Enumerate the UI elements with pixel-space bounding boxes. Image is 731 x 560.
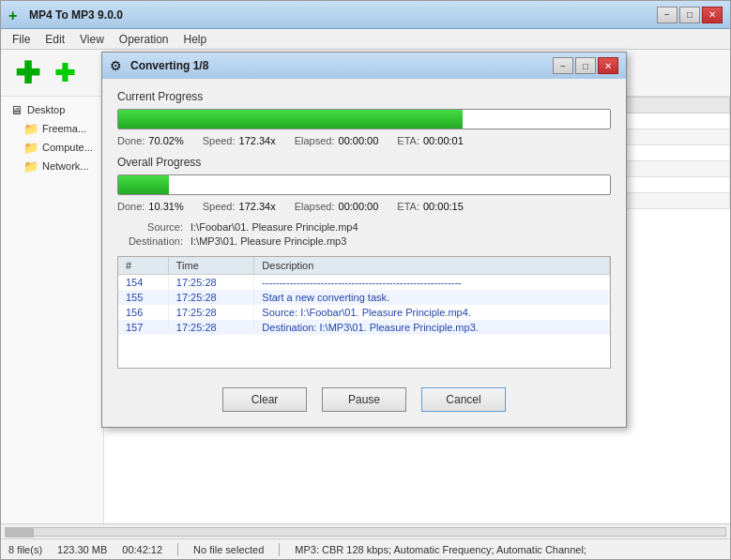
overall-eta-stat: ETA: 00:00:15: [397, 201, 463, 212]
log-desc-157: Destination: I:\MP3\01. Pleasure Princip…: [254, 320, 610, 335]
log-time-157: 17:25:28: [168, 320, 254, 335]
overall-done-stat: Done: 10.31%: [117, 201, 184, 212]
log-desc-156: Source: I:\Foobar\01. Pleasure Principle…: [254, 305, 610, 320]
overall-done-label: Done:: [117, 201, 145, 212]
overall-progress-bar-fill: [118, 175, 169, 194]
clear-button[interactable]: Clear: [222, 387, 307, 412]
current-elapsed-stat: Elapsed: 00:00:00: [295, 135, 379, 146]
converting-dialog: ⚙ Converting 1/8 − □ ✕ Current Progress …: [101, 52, 627, 428]
status-bar: 8 file(s) 123.30 MB 00:42:12 No file sel…: [1, 538, 730, 559]
status-file-selected: No file selected: [193, 544, 264, 555]
dialog-title-bar: ⚙ Converting 1/8 − □ ✕: [102, 53, 626, 79]
sidebar-label-3: Network...: [42, 160, 89, 172]
overall-progress-stats: Done: 10.31% Speed: 172.34x Elapsed: 00:…: [117, 201, 611, 212]
overall-elapsed-label: Elapsed:: [295, 201, 335, 212]
main-maximize-button[interactable]: □: [679, 7, 700, 23]
log-time-156: 17:25:28: [168, 305, 254, 320]
sidebar-item-freeman[interactable]: 📁 Freema...: [20, 119, 99, 138]
desktop-icon: 🖥: [8, 102, 23, 117]
dialog-maximize-button[interactable]: □: [575, 57, 596, 74]
overall-eta-label: ETA:: [397, 201, 419, 212]
current-progress-bar-fill: [118, 110, 463, 129]
overall-progress-bar-container: [117, 174, 611, 195]
log-table-container: # Time Description 154 17:25:28 --------…: [117, 256, 611, 369]
overall-speed-label: Speed:: [203, 201, 236, 212]
source-label: Source:: [117, 221, 183, 233]
overall-elapsed-stat: Elapsed: 00:00:00: [295, 201, 379, 212]
log-row: 155 17:25:28 Start a new converting task…: [118, 290, 610, 305]
current-done-label: Done:: [117, 135, 145, 146]
menu-bar: File Edit View Operation Help: [1, 29, 730, 50]
scroll-area: [1, 523, 730, 538]
main-title-buttons: − □ ✕: [657, 7, 723, 23]
main-window-title: MP4 To MP3 9.0.0: [29, 8, 657, 22]
log-time-155: 17:25:28: [168, 290, 254, 305]
overall-done-value: 10.31%: [148, 201, 183, 212]
main-title-bar: + MP4 To MP3 9.0.0 − □ ✕: [1, 1, 730, 29]
log-num-155: 155: [118, 290, 168, 305]
log-desc-154: ----------------------------------------…: [254, 275, 610, 291]
current-eta-value: 00:00:01: [423, 135, 464, 146]
menu-help[interactable]: Help: [176, 31, 215, 48]
log-row: 156 17:25:28 Source: I:\Foobar\01. Pleas…: [118, 305, 610, 320]
current-speed-stat: Speed: 172.34x: [203, 135, 276, 146]
log-col-time: Time: [168, 257, 254, 275]
status-file-count: 8 file(s): [8, 544, 42, 555]
dialog-icon: ⚙: [110, 58, 125, 73]
log-col-desc: Description: [254, 257, 610, 275]
status-divider-2: [279, 543, 280, 556]
dialog-close-button[interactable]: ✕: [598, 57, 618, 74]
add-files-button[interactable]: ✚: [8, 54, 46, 92]
sidebar-label-1: Freema...: [42, 123, 86, 134]
horizontal-scrollbar[interactable]: [5, 527, 726, 537]
overall-speed-value: 172.34x: [239, 201, 276, 212]
current-elapsed-label: Elapsed:: [295, 135, 335, 146]
main-close-button[interactable]: ✕: [702, 7, 723, 23]
current-eta-stat: ETA: 00:00:01: [397, 135, 463, 146]
sidebar-label-2: Compute...: [42, 142, 93, 153]
status-divider-1: [177, 543, 178, 556]
status-duration: 00:42:12: [122, 544, 162, 555]
app-icon: +: [8, 8, 23, 23]
pause-button[interactable]: Pause: [322, 387, 406, 412]
current-speed-label: Speed:: [203, 135, 236, 146]
menu-operation[interactable]: Operation: [112, 31, 176, 48]
log-num-157: 157: [118, 320, 168, 335]
status-size: 123.30 MB: [57, 544, 107, 555]
log-time-154: 17:25:28: [168, 275, 254, 291]
current-done-stat: Done: 70.02%: [117, 135, 184, 146]
dialog-buttons: Clear Pause Cancel: [117, 380, 611, 416]
destination-row: Destination: I:\MP3\01. Pleasure Princip…: [117, 235, 611, 247]
log-col-num: #: [118, 257, 168, 275]
sidebar-item-network[interactable]: 📁 Network...: [20, 157, 99, 175]
dialog-title: Converting 1/8: [130, 59, 553, 72]
add-folder-icon: ✚: [54, 61, 75, 85]
current-done-value: 70.02%: [148, 135, 183, 146]
current-progress-stats: Done: 70.02% Speed: 172.34x Elapsed: 00:…: [117, 135, 611, 146]
folder-icon-3: 📁: [23, 159, 38, 174]
folder-icon-1: 📁: [23, 121, 38, 136]
menu-file[interactable]: File: [5, 31, 38, 48]
dialog-body: Current Progress Done: 70.02% Speed: 172…: [102, 79, 626, 427]
destination-value: I:\MP3\01. Pleasure Principle.mp3: [190, 235, 346, 247]
current-progress-label: Current Progress: [117, 90, 611, 103]
menu-edit[interactable]: Edit: [38, 31, 72, 48]
log-num-156: 156: [118, 305, 168, 320]
dialog-title-buttons: − □ ✕: [553, 57, 618, 74]
log-row: 154 17:25:28 ---------------------------…: [118, 275, 610, 291]
log-desc-155: Start a new converting task.: [254, 290, 610, 305]
add-files-icon: ✚: [15, 58, 40, 88]
sidebar-desktop[interactable]: 🖥 Desktop: [5, 100, 99, 119]
add-folder-button[interactable]: ✚: [46, 54, 84, 92]
sidebar-item-computer[interactable]: 📁 Compute...: [20, 138, 99, 157]
cancel-button[interactable]: Cancel: [421, 387, 506, 412]
status-output-format: MP3: CBR 128 kbps; Automatic Frequency; …: [295, 544, 586, 555]
sidebar-desktop-label: Desktop: [27, 104, 65, 115]
current-progress-bar-container: [117, 109, 611, 129]
menu-view[interactable]: View: [72, 31, 112, 48]
current-elapsed-value: 00:00:00: [339, 135, 379, 146]
sidebar: 🖥 Desktop 📁 Freema... 📁 Compute... 📁 Net…: [1, 97, 104, 523]
dialog-minimize-button[interactable]: −: [553, 57, 573, 74]
main-minimize-button[interactable]: −: [657, 7, 678, 23]
log-row: 157 17:25:28 Destination: I:\MP3\01. Ple…: [118, 320, 610, 335]
